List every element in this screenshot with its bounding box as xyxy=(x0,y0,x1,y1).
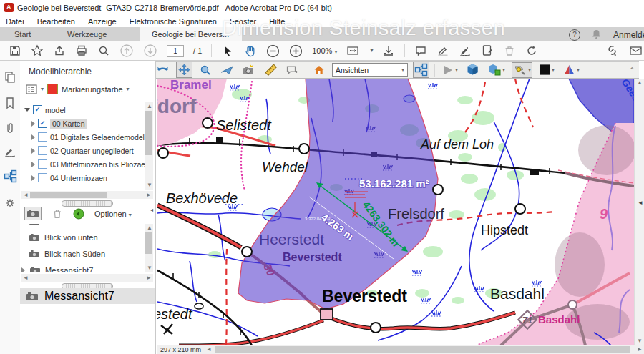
tree-item-dgm[interactable]: 01 Digitales Gelaendemodell xyxy=(31,131,145,143)
expand-caret-icon[interactable] xyxy=(31,134,35,140)
share-upload-icon[interactable] xyxy=(53,44,66,57)
scroll-mode-icon[interactable] xyxy=(382,44,395,57)
marker-color-caret-icon[interactable]: ▾ xyxy=(127,87,130,92)
layers-icon[interactable] xyxy=(4,197,16,210)
3d-spin-icon[interactable] xyxy=(155,62,171,78)
3d-cross-section-icon[interactable]: ▾ xyxy=(561,62,581,78)
sign-icon[interactable] xyxy=(459,44,472,57)
hand-tool-icon[interactable] xyxy=(243,44,257,58)
model-tree-panel-icon[interactable] xyxy=(4,169,17,183)
signatures-icon[interactable] xyxy=(4,145,16,158)
tree-item-untermiozaen[interactable]: 04 Untermiozaen xyxy=(31,172,107,184)
3d-lighting-icon[interactable]: ▾ xyxy=(512,62,532,78)
next-page-icon[interactable] xyxy=(143,44,157,58)
default-view-icon[interactable] xyxy=(73,208,84,220)
bookmarks-icon[interactable] xyxy=(4,97,16,109)
help-icon[interactable]: ? xyxy=(569,29,580,41)
map-vertical-scrollbar[interactable]: ▲ ◄ ▼ xyxy=(634,79,644,345)
tree-item-mittelmiozaen[interactable]: 03 Mittelmiozaen bis Pliozae xyxy=(31,158,145,170)
tree-options-caret-icon[interactable]: ▾ xyxy=(41,87,44,92)
checkbox-checked-icon[interactable]: ✓ xyxy=(38,119,47,128)
expand-caret-icon[interactable] xyxy=(31,162,35,167)
map-horizontal-scrollbar[interactable] xyxy=(215,346,630,353)
tree-horizontal-scrollbar[interactable]: ◄ ► xyxy=(21,191,153,199)
search-icon[interactable] xyxy=(97,44,110,57)
tab-werkzeuge[interactable]: Werkzeuge xyxy=(56,27,118,41)
page-number-input[interactable]: 1 xyxy=(167,45,184,57)
link-icon[interactable] xyxy=(605,44,619,57)
sign-in-link[interactable]: Anmelden xyxy=(613,30,644,40)
3d-measure-icon[interactable] xyxy=(263,62,279,78)
zoom-level-dropdown[interactable]: 100% ▾ xyxy=(312,46,337,55)
delete-view-icon[interactable] xyxy=(52,208,63,220)
delete-icon[interactable] xyxy=(503,44,516,57)
3d-fly-icon[interactable] xyxy=(218,62,235,78)
view-camera-button[interactable] xyxy=(24,207,42,220)
view-item-westen[interactable]: Blick nach Westen xyxy=(29,224,109,225)
star-icon[interactable] xyxy=(31,44,44,57)
view-item-unten[interactable]: Blick von unten xyxy=(29,233,98,242)
previous-page-icon[interactable] xyxy=(119,44,134,58)
marker-color-swatch[interactable] xyxy=(47,84,58,94)
3d-projection-cube-icon[interactable] xyxy=(464,62,481,78)
expand-caret-icon[interactable] xyxy=(21,267,25,272)
tree-options-icon[interactable] xyxy=(26,84,37,94)
menu-esignaturen[interactable]: Elektronische Signaturen xyxy=(130,17,217,26)
checkbox-checked-icon[interactable]: ✓ xyxy=(33,105,42,114)
checkbox-unchecked-icon[interactable] xyxy=(38,159,47,169)
active-view-bar[interactable]: Messansicht7 xyxy=(20,288,155,304)
notifications-bell-icon[interactable] xyxy=(591,29,602,40)
3d-pan-icon[interactable] xyxy=(176,62,192,78)
highlight-pen-icon[interactable] xyxy=(436,44,449,57)
views-horizontal-scrollbar[interactable]: ◄ ► xyxy=(21,274,153,282)
3d-zoom-icon[interactable] xyxy=(197,62,213,78)
views-options-button[interactable]: Optionen ▾ xyxy=(94,210,132,218)
3d-background-color-icon[interactable]: ▾ xyxy=(537,62,556,77)
expand-caret-icon[interactable] xyxy=(31,121,35,127)
fill-sign-icon[interactable] xyxy=(481,44,494,57)
zoom-in-icon[interactable] xyxy=(289,44,303,58)
save-icon[interactable] xyxy=(9,44,21,57)
attachments-icon[interactable] xyxy=(4,122,16,134)
panel-splitter-handle[interactable] xyxy=(62,200,113,207)
views-vertical-scrollbar[interactable]: ▲ ▼ xyxy=(145,224,153,272)
fit-width-icon[interactable] xyxy=(346,44,361,57)
expand-caret-icon[interactable] xyxy=(24,108,30,112)
page-thumbnails-icon[interactable] xyxy=(4,71,16,84)
print-icon[interactable] xyxy=(75,44,88,57)
menu-anzeige[interactable]: Anzeige xyxy=(88,17,117,26)
tree-item-karten[interactable]: ✓ 00 Karten xyxy=(31,117,87,129)
view-item-sueden[interactable]: Blick nach Süden xyxy=(29,250,105,258)
checkbox-unchecked-icon[interactable] xyxy=(38,173,47,182)
email-icon[interactable] xyxy=(629,44,643,57)
fit-width-caret-icon[interactable]: ▾ xyxy=(370,48,373,54)
model-tree: ✓ model ✓ 00 Karten 01 Digitales Gelaend… xyxy=(21,102,145,190)
zoom-out-icon[interactable] xyxy=(266,44,280,58)
model-tree-toggle-icon[interactable] xyxy=(413,62,429,78)
map-3d-view[interactable]: Heerstedt 30 9 xyxy=(157,79,634,345)
expand-caret-icon[interactable] xyxy=(31,175,35,181)
panel-collapse-icon[interactable]: ◂ xyxy=(150,207,153,213)
tab-start[interactable]: Start xyxy=(3,27,42,41)
comment-icon[interactable] xyxy=(414,44,427,57)
view-item-messansicht[interactable]: Messansicht7 xyxy=(21,266,93,272)
rotate-icon[interactable] xyxy=(525,44,538,57)
tree-vertical-scrollbar[interactable]: ▲ ▼ xyxy=(145,102,153,190)
3d-default-view-home-icon[interactable] xyxy=(311,62,327,77)
select-tool-icon[interactable] xyxy=(221,44,234,57)
toolbar-collapse-icon[interactable]: ⌃ xyxy=(629,67,635,74)
expand-caret-icon[interactable] xyxy=(31,148,35,154)
scroll-right-icon[interactable]: ► xyxy=(637,347,643,353)
3d-animation-play-icon[interactable]: ▾ xyxy=(440,62,459,78)
checkbox-unchecked-icon[interactable] xyxy=(38,132,47,142)
tree-item-model[interactable]: ✓ model xyxy=(24,104,66,116)
menu-datei[interactable]: Datei xyxy=(6,17,24,26)
3d-comment-icon[interactable] xyxy=(284,62,301,78)
menu-bearbeiten[interactable]: Bearbeiten xyxy=(37,17,75,26)
tree-item-quartaer[interactable]: 02 Quartaer ungegliedert xyxy=(31,144,134,157)
views-dropdown[interactable]: Ansichten▾ xyxy=(332,63,408,77)
scroll-left-icon[interactable]: ◄ xyxy=(206,347,212,353)
3d-render-mode-icon[interactable]: ▾ xyxy=(486,62,507,78)
checkbox-unchecked-icon[interactable] xyxy=(38,146,47,155)
3d-camera-icon[interactable] xyxy=(240,62,258,78)
